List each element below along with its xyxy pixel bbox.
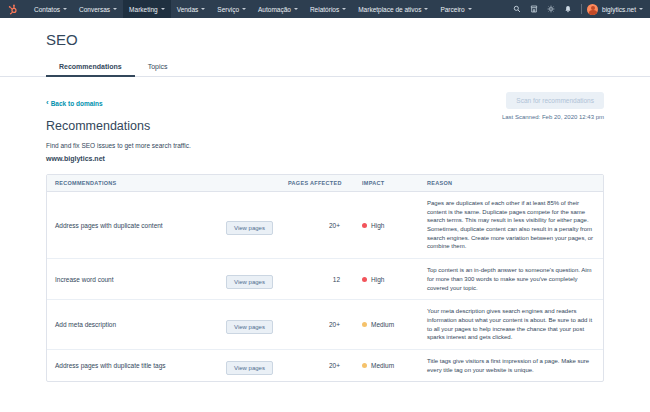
avatar-figure [589,10,597,15]
chevron-down-icon [242,8,246,10]
nav-item-marketplace[interactable]: Marketplace de ativos [352,0,434,18]
pages-affected-value: 20+ [286,362,350,369]
recommendation-label: Address pages with duplicate title tags [47,362,226,369]
nav-item-servico[interactable]: Serviço [211,0,252,18]
scan-for-recommendations-button[interactable]: Scan for recommendations [506,92,604,109]
column-header-pages-affected: PAGES AFFECTED [286,180,350,186]
primary-nav: Contatos Conversas Marketing Vendas Serv… [28,0,478,18]
content-area: ‹ Back to domains Recommendations Find a… [0,77,650,162]
back-link-label: Back to domains [51,100,103,107]
nav-item-label: Marketing [129,6,158,13]
impact-label: High [371,222,384,229]
search-icon[interactable] [510,3,523,16]
impact-cell: Medium [350,321,424,328]
nav-item-relatorios[interactable]: Relatórios [304,0,352,18]
column-header-impact: IMPACT [350,180,424,186]
chevron-down-icon [424,8,428,10]
tab-bar: Recommendations Topics [0,57,650,77]
chevron-down-icon [63,8,67,10]
nav-item-label: Conversas [79,6,110,13]
impact-dot [362,277,367,282]
recommendation-label: Add meta description [47,321,226,328]
nav-item-conversas[interactable]: Conversas [73,0,123,18]
reason-text: Title tags give visitors a first impress… [424,355,603,376]
nav-item-vendas[interactable]: Vendas [171,0,212,18]
hubspot-logo-icon[interactable] [7,3,20,16]
table-row: Address pages with duplicate content Vie… [47,192,603,259]
impact-label: Medium [371,321,394,328]
nav-item-label: Parceiro [440,6,464,13]
section-subtitle: Find and fix SEO issues to get more sear… [46,142,604,149]
table-row: Increase word count View pages 12 High T… [47,259,603,300]
column-header-recommendations: RECOMMENDATIONS [47,180,286,186]
view-pages-button[interactable]: View pages [226,320,273,334]
tab-topics[interactable]: Topics [135,57,181,76]
avatar[interactable] [587,4,598,15]
table-row: Add meta description View pages 20+ Medi… [47,300,603,350]
pages-affected-value: 20+ [286,222,350,229]
nav-item-marketing[interactable]: Marketing [123,0,171,18]
tab-recommendations[interactable]: Recommendations [46,57,135,77]
recommendation-label: Increase word count [47,276,226,283]
nav-item-label: Automação [258,6,291,13]
chevron-left-icon: ‹ [46,100,49,106]
reason-text: Pages are duplicates of each other if at… [424,197,603,253]
recommendation-label: Address pages with duplicate content [47,222,226,229]
back-to-domains-link[interactable]: ‹ Back to domains [46,100,103,107]
recommendations-table: RECOMMENDATIONS PAGES AFFECTED IMPACT RE… [46,174,604,382]
chevron-down-icon [294,8,298,10]
impact-cell: Medium [350,362,424,369]
impact-dot [362,363,367,368]
chevron-down-icon [639,8,643,10]
view-pages-button[interactable]: View pages [226,361,273,375]
section-heading: Recommendations [46,119,604,133]
chevron-down-icon [468,8,472,10]
chevron-down-icon [342,8,346,10]
account-menu[interactable]: biglytics.net [602,6,643,13]
divider [581,4,582,14]
top-navigation: Contatos Conversas Marketing Vendas Serv… [0,0,650,18]
page-title: SEO [46,31,650,48]
table-header-row: RECOMMENDATIONS PAGES AFFECTED IMPACT RE… [47,175,603,192]
pages-affected-value: 20+ [286,321,350,328]
chevron-down-icon [113,8,117,10]
table-row: Address pages with duplicate title tags … [47,350,603,381]
impact-label: Medium [371,362,394,369]
nav-item-label: Contatos [34,6,60,13]
gear-icon[interactable] [544,3,557,16]
nav-item-label: Vendas [177,6,199,13]
reason-text: Your meta description gives search engin… [424,305,603,344]
nav-right-tools: biglytics.net [508,3,643,16]
account-name: biglytics.net [602,6,636,13]
nav-item-contatos[interactable]: Contatos [28,0,73,18]
nav-item-automacao[interactable]: Automação [252,0,304,18]
chevron-down-icon [201,8,205,10]
impact-cell: High [350,276,424,283]
impact-dot [362,223,367,228]
view-pages-button[interactable]: View pages [226,275,273,289]
impact-label: High [371,276,384,283]
pages-affected-value: 12 [286,276,350,283]
marketplace-icon[interactable] [527,3,540,16]
scanned-domain: www.biglytics.net [46,155,604,162]
reason-text: Top content is an in-depth answer to som… [424,264,603,294]
scan-area: Scan for recommendations Last Scanned: F… [502,89,604,120]
avatar-figure [591,6,595,10]
column-header-reason: REASON [424,180,603,186]
impact-dot [362,322,367,327]
chevron-down-icon [161,8,165,10]
bell-icon[interactable] [561,3,574,16]
impact-cell: High [350,222,424,229]
nav-item-label: Serviço [217,6,239,13]
nav-item-label: Marketplace de ativos [358,6,421,13]
view-pages-button[interactable]: View pages [226,221,273,235]
nav-item-parceiro[interactable]: Parceiro [434,0,477,18]
last-scanned-timestamp: Last Scanned: Feb 20, 2020 12:43 pm [502,114,604,120]
nav-item-label: Relatórios [310,6,339,13]
